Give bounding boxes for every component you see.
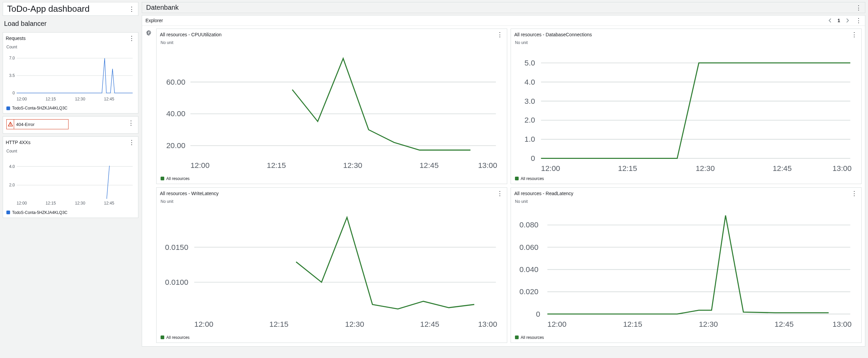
- section-title-left: Load balancer: [3, 19, 138, 30]
- svg-text:12:45: 12:45: [775, 320, 794, 328]
- chart-card-cpu: All resources - CPUUtilization ⋮ No unit: [156, 29, 507, 184]
- chart-card-dbconn: All resources - DatabaseConnections ⋮ No…: [510, 29, 862, 184]
- chart-area[interactable]: 0.0150 0.0100 12:00 12:15 12:30 12:45: [160, 206, 503, 333]
- svg-text:12:45: 12:45: [773, 164, 792, 173]
- svg-text:0.040: 0.040: [519, 265, 538, 274]
- svg-text:5.0: 5.0: [524, 59, 535, 67]
- widget-menu-icon[interactable]: ⋮: [850, 31, 858, 38]
- chart-area[interactable]: 4.0 2.0 12:00 12:15 12:30 12:45: [6, 156, 135, 207]
- chart-area[interactable]: 7.0 3.5 0 12:00 12:15 12:30 12:45: [6, 52, 135, 103]
- svg-text:2.0: 2.0: [524, 116, 535, 124]
- chart-legend: All resources: [160, 175, 503, 181]
- chart-card-writelatency: All resources - WriteLatency ⋮ No unit: [156, 187, 507, 343]
- svg-text:1.0: 1.0: [524, 135, 535, 143]
- svg-text:12:45: 12:45: [420, 161, 439, 170]
- svg-text:12:15: 12:15: [618, 164, 637, 173]
- legend-swatch-icon: [161, 177, 164, 180]
- svg-text:2.0: 2.0: [9, 183, 15, 188]
- chart-unit-label: No unit: [160, 198, 503, 205]
- svg-text:13:00: 13:00: [832, 320, 851, 328]
- legend-label: TodoS-Conta-5HZKJA4KLQ3C: [12, 210, 67, 215]
- svg-text:0.020: 0.020: [519, 287, 538, 296]
- svg-text:12:45: 12:45: [420, 320, 439, 328]
- pager-index: 1: [837, 18, 840, 23]
- legend-swatch-icon: [515, 335, 519, 339]
- chart-title: All resources - DatabaseConnections: [514, 32, 592, 37]
- chart-card-readlatency: All resources - ReadLatency ⋮ No unit: [510, 187, 862, 343]
- chart-title: All resources - WriteLatency: [160, 191, 219, 196]
- dashboard-menu-icon[interactable]: ⋮: [128, 5, 135, 13]
- svg-text:3.5: 3.5: [9, 73, 15, 78]
- alarm-label: 404-Error: [14, 122, 37, 127]
- section-title-bar-right: Datenbank ⋮: [142, 2, 865, 13]
- svg-text:4.0: 4.0: [524, 77, 535, 86]
- dashboard-title-bar: ToDo-App dashboard ⋮: [3, 2, 138, 16]
- widget-menu-icon[interactable]: ⋮: [128, 139, 135, 146]
- widget-menu-icon[interactable]: ⋮: [496, 31, 503, 38]
- widget-menu-icon[interactable]: ⋮: [850, 190, 858, 197]
- chart-unit-label: No unit: [514, 39, 858, 46]
- pager-prev-button[interactable]: [827, 17, 833, 24]
- alarm-item[interactable]: 404-Error: [6, 119, 68, 129]
- svg-text:7.0: 7.0: [9, 56, 15, 60]
- svg-rect-11: [10, 125, 10, 126]
- svg-text:12:00: 12:00: [194, 320, 213, 328]
- chart-title: All resources - ReadLatency: [514, 191, 574, 196]
- svg-text:12:30: 12:30: [699, 320, 718, 328]
- explorer-menu-icon[interactable]: ⋮: [855, 17, 862, 24]
- svg-text:3.0: 3.0: [524, 97, 535, 105]
- svg-text:12:45: 12:45: [104, 201, 115, 206]
- legend-swatch-icon: [515, 177, 519, 180]
- dashboard-title: ToDo-App dashboard: [7, 4, 90, 14]
- chart-legend: TodoS-Conta-5HZKJA4KLQ3C: [6, 209, 135, 215]
- legend-swatch-icon: [6, 106, 10, 110]
- widget-menu-icon[interactable]: ⋮: [496, 190, 503, 197]
- chart-unit-label: Count: [6, 43, 135, 51]
- svg-text:20.00: 20.00: [166, 141, 185, 150]
- chart-legend: TodoS-Conta-5HZKJA4KLQ3C: [6, 104, 135, 110]
- legend-label: All resources: [521, 335, 544, 340]
- svg-text:12:30: 12:30: [345, 320, 364, 328]
- svg-text:12:00: 12:00: [548, 320, 567, 328]
- chart-legend: All resources: [160, 334, 503, 340]
- section-menu-icon[interactable]: ⋮: [855, 4, 862, 11]
- widget-http4xx: HTTP 4XXs ⋮ Count 4.0 2.0: [3, 136, 138, 218]
- pager-next-button[interactable]: [844, 17, 851, 24]
- legend-swatch-icon: [161, 335, 164, 339]
- svg-text:0.060: 0.060: [519, 243, 538, 252]
- alarm-icon: [7, 120, 14, 129]
- svg-text:13:00: 13:00: [832, 164, 851, 173]
- svg-text:12:30: 12:30: [696, 164, 715, 173]
- svg-rect-10: [10, 124, 10, 125]
- widget-menu-icon[interactable]: ⋮: [127, 119, 135, 127]
- chart-legend: All resources: [514, 334, 858, 340]
- explorer-label: Explorer: [146, 18, 163, 23]
- chart-title: All resources - CPUUtilization: [160, 32, 222, 37]
- svg-text:12:30: 12:30: [343, 161, 363, 170]
- widget-menu-icon[interactable]: ⋮: [128, 35, 135, 42]
- chart-area[interactable]: 5.0 4.0 3.0 2.0 1.0 0 1: [514, 47, 858, 174]
- chart-area[interactable]: 0.080 0.060 0.040 0.020 0 12:00: [514, 206, 858, 333]
- chart-title: Requests: [6, 36, 26, 41]
- section-title-right: Datenbank: [146, 4, 179, 11]
- legend-label: All resources: [166, 335, 189, 340]
- svg-text:0.080: 0.080: [519, 220, 538, 229]
- svg-text:12:15: 12:15: [270, 320, 288, 328]
- svg-text:0.0150: 0.0150: [165, 243, 188, 252]
- svg-text:12:15: 12:15: [46, 97, 56, 101]
- widget-requests: Requests ⋮ Count 7.0 3.5 0: [3, 32, 138, 113]
- chart-unit-label: Count: [6, 148, 135, 155]
- chart-area[interactable]: 60.00 40.00 20.00 12:00 12:15 12:30: [160, 47, 503, 174]
- svg-text:12:15: 12:15: [46, 201, 56, 206]
- legend-swatch-icon: [6, 210, 10, 214]
- svg-text:4.0: 4.0: [9, 164, 15, 169]
- svg-text:40.00: 40.00: [166, 109, 185, 118]
- legend-label: All resources: [521, 176, 544, 181]
- svg-text:13:00: 13:00: [478, 320, 497, 328]
- svg-text:12:45: 12:45: [104, 97, 115, 101]
- svg-text:12:00: 12:00: [17, 201, 27, 206]
- chart-unit-label: No unit: [160, 39, 503, 46]
- svg-text:12:30: 12:30: [75, 97, 85, 101]
- svg-text:0.0100: 0.0100: [165, 278, 188, 287]
- gear-icon[interactable]: [145, 29, 152, 37]
